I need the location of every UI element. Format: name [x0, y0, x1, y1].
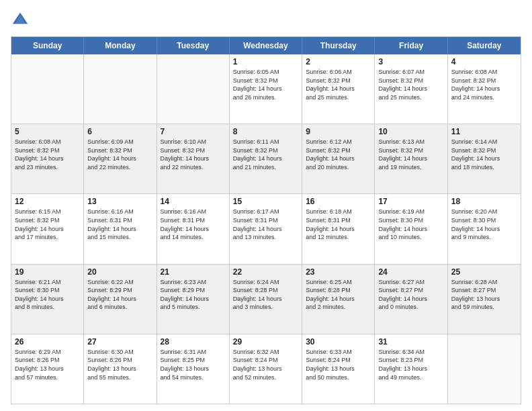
day-number: 28 — [161, 337, 226, 347]
day-cell-18: 18Sunrise: 6:20 AM Sunset: 8:30 PM Dayli… — [448, 194, 521, 263]
header-day-wednesday: Wednesday — [230, 37, 302, 54]
day-info: Sunrise: 6:07 AM Sunset: 8:32 PM Dayligh… — [378, 68, 443, 101]
calendar-row-2: 5Sunrise: 6:08 AM Sunset: 8:32 PM Daylig… — [11, 124, 521, 194]
day-info: Sunrise: 6:27 AM Sunset: 8:27 PM Dayligh… — [378, 278, 443, 312]
day-cell-6: 6Sunrise: 6:09 AM Sunset: 8:32 PM Daylig… — [84, 124, 157, 193]
day-info: Sunrise: 6:28 AM Sunset: 8:27 PM Dayligh… — [451, 278, 517, 312]
day-number: 15 — [233, 197, 298, 206]
calendar-body: 1Sunrise: 6:05 AM Sunset: 8:32 PM Daylig… — [11, 54, 521, 404]
day-number: 11 — [451, 127, 517, 136]
day-cell-13: 13Sunrise: 6:16 AM Sunset: 8:31 PM Dayli… — [84, 194, 157, 263]
day-info: Sunrise: 6:18 AM Sunset: 8:31 PM Dayligh… — [306, 208, 371, 241]
header-day-tuesday: Tuesday — [157, 37, 230, 54]
empty-cell — [448, 334, 521, 404]
day-info: Sunrise: 6:29 AM Sunset: 8:26 PM Dayligh… — [15, 348, 80, 381]
empty-cell — [11, 54, 84, 124]
day-cell-15: 15Sunrise: 6:17 AM Sunset: 8:31 PM Dayli… — [230, 194, 302, 263]
day-number: 18 — [451, 197, 517, 206]
day-info: Sunrise: 6:06 AM Sunset: 8:32 PM Dayligh… — [306, 68, 371, 101]
calendar: SundayMondayTuesdayWednesdayThursdayFrid… — [11, 36, 521, 404]
day-number: 14 — [161, 197, 226, 206]
day-cell-9: 9Sunrise: 6:12 AM Sunset: 8:32 PM Daylig… — [302, 124, 375, 193]
day-info: Sunrise: 6:15 AM Sunset: 8:32 PM Dayligh… — [15, 208, 80, 241]
header — [11, 11, 521, 30]
day-info: Sunrise: 6:20 AM Sunset: 8:30 PM Dayligh… — [451, 208, 517, 241]
day-info: Sunrise: 6:10 AM Sunset: 8:32 PM Dayligh… — [161, 138, 226, 171]
day-number: 21 — [161, 267, 226, 277]
day-cell-11: 11Sunrise: 6:14 AM Sunset: 8:32 PM Dayli… — [448, 124, 521, 193]
day-number: 12 — [15, 197, 80, 206]
day-cell-23: 23Sunrise: 6:25 AM Sunset: 8:28 PM Dayli… — [302, 265, 375, 334]
day-cell-31: 31Sunrise: 6:34 AM Sunset: 8:23 PM Dayli… — [375, 334, 447, 404]
day-number: 30 — [306, 337, 371, 347]
day-cell-17: 17Sunrise: 6:19 AM Sunset: 8:30 PM Dayli… — [375, 194, 447, 263]
day-cell-8: 8Sunrise: 6:11 AM Sunset: 8:32 PM Daylig… — [230, 124, 302, 193]
day-info: Sunrise: 6:22 AM Sunset: 8:29 PM Dayligh… — [87, 278, 152, 312]
empty-cell — [84, 54, 157, 124]
day-number: 29 — [233, 337, 298, 347]
calendar-header: SundayMondayTuesdayWednesdayThursdayFrid… — [11, 37, 521, 54]
day-info: Sunrise: 6:21 AM Sunset: 8:30 PM Dayligh… — [15, 278, 80, 312]
logo-icon — [11, 11, 30, 30]
day-info: Sunrise: 6:24 AM Sunset: 8:28 PM Dayligh… — [233, 278, 298, 312]
day-cell-10: 10Sunrise: 6:13 AM Sunset: 8:32 PM Dayli… — [375, 124, 447, 193]
day-info: Sunrise: 6:32 AM Sunset: 8:24 PM Dayligh… — [233, 348, 298, 381]
day-info: Sunrise: 6:11 AM Sunset: 8:32 PM Dayligh… — [233, 138, 298, 171]
day-number: 23 — [306, 267, 371, 277]
day-cell-21: 21Sunrise: 6:23 AM Sunset: 8:29 PM Dayli… — [157, 265, 230, 334]
day-number: 10 — [378, 127, 443, 136]
header-day-thursday: Thursday — [302, 37, 375, 54]
day-info: Sunrise: 6:25 AM Sunset: 8:28 PM Dayligh… — [306, 278, 371, 312]
day-info: Sunrise: 6:13 AM Sunset: 8:32 PM Dayligh… — [378, 138, 443, 171]
day-number: 24 — [378, 267, 443, 277]
day-cell-5: 5Sunrise: 6:08 AM Sunset: 8:32 PM Daylig… — [11, 124, 84, 193]
day-number: 13 — [87, 197, 152, 206]
day-number: 22 — [233, 267, 298, 277]
day-info: Sunrise: 6:33 AM Sunset: 8:24 PM Dayligh… — [306, 348, 371, 381]
day-cell-27: 27Sunrise: 6:30 AM Sunset: 8:26 PM Dayli… — [84, 334, 157, 404]
day-info: Sunrise: 6:16 AM Sunset: 8:31 PM Dayligh… — [161, 208, 226, 241]
empty-cell — [157, 54, 230, 124]
day-cell-16: 16Sunrise: 6:18 AM Sunset: 8:31 PM Dayli… — [302, 194, 375, 263]
day-cell-4: 4Sunrise: 6:08 AM Sunset: 8:32 PM Daylig… — [448, 54, 521, 124]
day-cell-22: 22Sunrise: 6:24 AM Sunset: 8:28 PM Dayli… — [230, 265, 302, 334]
day-cell-2: 2Sunrise: 6:06 AM Sunset: 8:32 PM Daylig… — [302, 54, 375, 124]
header-day-saturday: Saturday — [448, 37, 521, 54]
day-number: 7 — [161, 127, 226, 136]
page: SundayMondayTuesdayWednesdayThursdayFrid… — [0, 0, 532, 411]
day-cell-26: 26Sunrise: 6:29 AM Sunset: 8:26 PM Dayli… — [11, 334, 84, 404]
day-info: Sunrise: 6:34 AM Sunset: 8:23 PM Dayligh… — [378, 348, 443, 381]
day-number: 25 — [451, 267, 517, 277]
day-cell-3: 3Sunrise: 6:07 AM Sunset: 8:32 PM Daylig… — [375, 54, 447, 124]
day-number: 6 — [87, 127, 152, 136]
header-day-monday: Monday — [84, 37, 157, 54]
day-info: Sunrise: 6:19 AM Sunset: 8:30 PM Dayligh… — [378, 208, 443, 241]
day-cell-20: 20Sunrise: 6:22 AM Sunset: 8:29 PM Dayli… — [84, 265, 157, 334]
day-number: 17 — [378, 197, 443, 206]
day-cell-14: 14Sunrise: 6:16 AM Sunset: 8:31 PM Dayli… — [157, 194, 230, 263]
calendar-row-1: 1Sunrise: 6:05 AM Sunset: 8:32 PM Daylig… — [11, 54, 521, 124]
day-number: 16 — [306, 197, 371, 206]
day-cell-19: 19Sunrise: 6:21 AM Sunset: 8:30 PM Dayli… — [11, 265, 84, 334]
day-number: 20 — [87, 267, 152, 277]
day-info: Sunrise: 6:17 AM Sunset: 8:31 PM Dayligh… — [233, 208, 298, 241]
day-cell-30: 30Sunrise: 6:33 AM Sunset: 8:24 PM Dayli… — [302, 334, 375, 404]
calendar-row-4: 19Sunrise: 6:21 AM Sunset: 8:30 PM Dayli… — [11, 265, 521, 334]
day-info: Sunrise: 6:09 AM Sunset: 8:32 PM Dayligh… — [87, 138, 152, 171]
header-day-friday: Friday — [375, 37, 447, 54]
day-number: 3 — [378, 57, 443, 66]
day-number: 19 — [15, 267, 80, 277]
day-cell-29: 29Sunrise: 6:32 AM Sunset: 8:24 PM Dayli… — [230, 334, 302, 404]
day-number: 8 — [233, 127, 298, 136]
day-cell-12: 12Sunrise: 6:15 AM Sunset: 8:32 PM Dayli… — [11, 194, 84, 263]
day-number: 5 — [15, 127, 80, 136]
day-number: 26 — [15, 337, 80, 347]
day-info: Sunrise: 6:08 AM Sunset: 8:32 PM Dayligh… — [15, 138, 80, 171]
day-cell-1: 1Sunrise: 6:05 AM Sunset: 8:32 PM Daylig… — [230, 54, 302, 124]
day-info: Sunrise: 6:31 AM Sunset: 8:25 PM Dayligh… — [161, 348, 226, 381]
day-info: Sunrise: 6:08 AM Sunset: 8:32 PM Dayligh… — [451, 68, 517, 101]
day-number: 2 — [306, 57, 371, 66]
day-info: Sunrise: 6:12 AM Sunset: 8:32 PM Dayligh… — [306, 138, 371, 171]
day-cell-28: 28Sunrise: 6:31 AM Sunset: 8:25 PM Dayli… — [157, 334, 230, 404]
header-day-sunday: Sunday — [11, 37, 84, 54]
